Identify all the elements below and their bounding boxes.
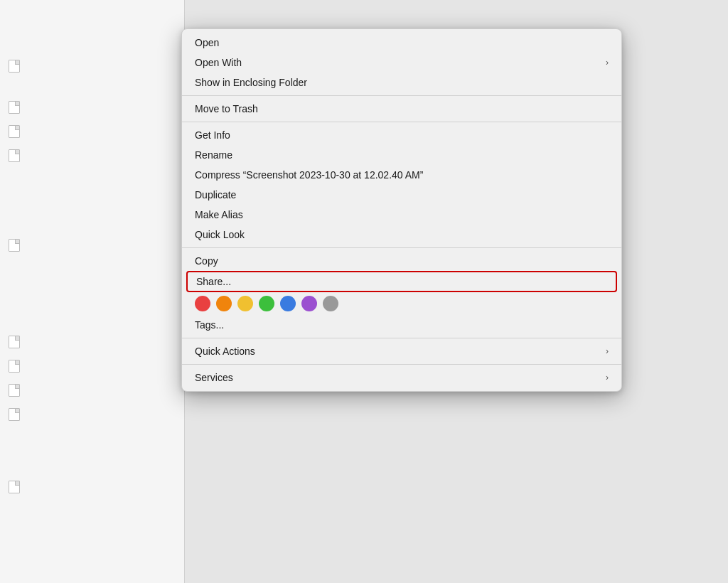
menu-separator [182,247,621,248]
menu-item-copy[interactable]: Copy [182,251,621,271]
chevron-right-icon: › [606,373,609,383]
tag-purple[interactable] [301,296,317,311]
menu-item-share[interactable]: Share... [186,271,617,292]
menu-item-quick-actions[interactable]: Quick Actions › [182,341,621,361]
menu-item-label: Make Alias [195,209,243,220]
tag-orange[interactable] [216,296,232,311]
file-icon [7,481,21,493]
menu-separator [182,338,621,338]
tag-yellow[interactable] [237,296,253,311]
menu-item-label: Rename [195,149,232,161]
menu-item-rename[interactable]: Rename [182,145,621,165]
menu-item-move-to-trash[interactable]: Move to Trash [182,99,621,119]
tags-color-row [182,292,621,315]
file-icon [7,60,21,72]
menu-item-label: Duplicate [195,189,236,200]
menu-item-make-alias[interactable]: Make Alias [182,205,621,225]
tag-red[interactable] [195,296,210,311]
menu-separator [182,364,621,365]
menu-item-label: Move to Trash [195,103,258,114]
menu-item-tags[interactable]: Tags... [182,315,621,335]
chevron-right-icon: › [606,58,609,68]
file-icon [7,336,21,348]
menu-item-label: Show in Enclosing Folder [195,77,307,88]
menu-item-label: Tags... [195,319,224,331]
context-menu: Open Open With › Show in Enclosing Folde… [181,28,622,392]
menu-item-duplicate[interactable]: Duplicate [182,185,621,205]
menu-item-quick-look[interactable]: Quick Look [182,225,621,245]
menu-item-label: Get Info [195,129,230,141]
menu-item-label: Quick Actions [195,346,255,357]
file-icon [7,409,21,420]
menu-item-label: Copy [195,255,218,267]
menu-item-open-with[interactable]: Open With › [182,53,621,73]
finder-sidebar [0,0,185,583]
file-icon [7,150,21,161]
tag-green[interactable] [259,296,274,311]
menu-item-compress[interactable]: Compress “Screenshot 2023-10-30 at 12.02… [182,165,621,185]
menu-separator [182,122,621,122]
chevron-right-icon: › [606,346,609,356]
menu-item-open[interactable]: Open [182,33,621,53]
menu-item-label: Share... [196,276,231,287]
menu-item-label: Compress “Screenshot 2023-10-30 at 12.02… [195,169,423,181]
menu-item-label: Services [195,372,233,383]
file-icon [7,385,21,396]
file-icon [7,126,21,137]
menu-item-services[interactable]: Services › [182,368,621,387]
menu-item-get-info[interactable]: Get Info [182,125,621,145]
file-icon [7,102,21,113]
file-icon [7,240,21,251]
tag-gray[interactable] [323,296,338,311]
menu-separator [182,95,621,96]
menu-item-label: Open With [195,57,242,68]
tag-blue[interactable] [280,296,296,311]
menu-item-show-in-folder[interactable]: Show in Enclosing Folder [182,73,621,92]
menu-item-label: Open [195,37,219,48]
file-icon [7,360,21,372]
menu-item-label: Quick Look [195,229,245,240]
